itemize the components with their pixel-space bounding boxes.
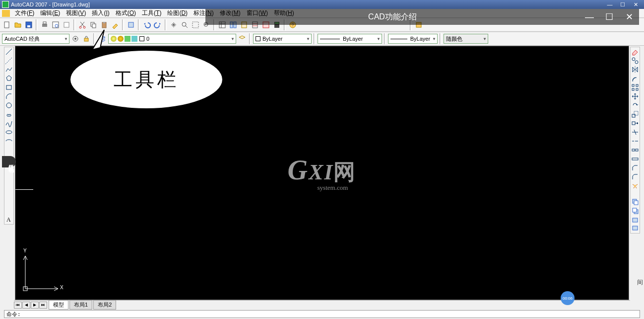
svg-rect-40 [632,88,634,90]
draworder-under-tool[interactable] [631,224,640,233]
move-tool[interactable] [631,92,640,101]
video-time-badge: 00:06 [561,291,575,305]
tab-layout2[interactable]: 布局2 [93,300,116,310]
svg-rect-13 [103,22,105,23]
draworder-front-tool[interactable] [631,197,640,206]
layer-plot-icon [131,36,137,42]
overlay-close-button[interactable]: ✕ [619,11,639,22]
workspace-settings-button[interactable] [70,34,80,44]
undo-button[interactable] [142,20,152,30]
svg-point-37 [635,61,638,64]
tab-nav-prev[interactable]: ◀ [22,302,30,309]
array-tool[interactable] [631,83,640,92]
break-tool[interactable] [631,146,640,155]
ucs-icon: Y X [19,250,64,296]
tab-layout1[interactable]: 布局1 [69,300,92,310]
svg-rect-3 [42,24,47,27]
chamfer-tool[interactable] [631,163,640,172]
zoom-realtime-button[interactable] [180,20,190,30]
open-button[interactable] [13,20,23,30]
scale-tool[interactable] [631,110,640,119]
maximize-button[interactable]: ☐ [616,1,629,8]
offset-tool[interactable] [631,74,640,83]
stretch-tool[interactable] [631,119,640,128]
layer-previous-button[interactable] [237,34,247,44]
line-tool[interactable] [4,47,13,56]
svg-rect-43 [634,111,638,115]
publish-button[interactable] [62,20,71,30]
polyline-tool[interactable] [4,65,13,74]
save-button[interactable] [24,20,34,30]
cut-button[interactable] [77,20,87,30]
minimize-button[interactable]: — [603,1,616,7]
menu-tools[interactable]: 工具(T) [139,9,164,17]
redo-button[interactable] [153,20,163,30]
trim-tool[interactable] [631,128,640,137]
print-button[interactable] [40,20,50,30]
arc-tool[interactable] [4,92,13,101]
svg-rect-46 [636,149,638,151]
revcloud-tool[interactable] [4,110,13,119]
rectangle-tool[interactable] [4,83,13,92]
overlay-maximize-button[interactable]: ☐ [599,11,619,22]
copy-button[interactable] [88,20,98,30]
rotate-tool[interactable] [631,101,640,110]
menu-insert[interactable]: 插入(I) [89,9,112,17]
linetype-dropdown[interactable]: ByLayer ▼ [318,34,382,44]
overlay-minimize-button[interactable]: — [580,12,599,22]
promo-side-tab[interactable]: 领腾讯视频礼包 [2,156,16,167]
close-button[interactable]: ✕ [629,1,642,8]
tab-nav-next[interactable]: ▶ [31,302,39,309]
plot-preview-button[interactable] [51,20,61,30]
new-button[interactable] [2,20,12,30]
tab-nav-first[interactable]: ⏮ [14,302,22,309]
color-dropdown[interactable]: ByLayer ▼ [253,34,312,44]
lineweight-value: ByLayer [410,36,430,42]
circle-tool[interactable] [4,101,13,110]
erase-tool[interactable] [631,47,640,56]
pan-button[interactable] [169,20,179,30]
command-line[interactable]: 命令: [4,310,640,318]
ellipse-arc-tool[interactable] [4,137,13,146]
svg-rect-44 [632,122,635,125]
draworder-back-tool[interactable] [631,206,640,215]
mtext-tool[interactable]: A [4,215,13,224]
block-editor-button[interactable] [126,20,136,30]
layer-dropdown[interactable]: 0 ▼ [108,34,236,44]
tab-model[interactable]: 模型 [49,300,68,310]
svg-rect-2 [27,25,30,27]
plotstyle-dropdown[interactable]: 随颜色 ▼ [444,34,488,44]
menu-format[interactable]: 格式(O) [113,9,139,17]
menu-view[interactable]: 视图(V) [63,9,89,17]
svg-text:A: A [6,216,11,223]
fillet-tool[interactable] [631,172,640,181]
svg-rect-47 [632,158,638,160]
workspace-dropdown[interactable]: AutoCAD 经典 ▼ [2,34,69,44]
match-prop-button[interactable] [110,20,120,30]
extend-tool[interactable] [631,137,640,146]
color-swatch [256,36,260,41]
linetype-value: ByLayer [343,36,363,42]
spline-tool[interactable] [4,119,13,128]
explode-tool[interactable] [631,181,640,190]
join-tool[interactable] [631,155,640,163]
svg-point-36 [632,58,635,61]
copy-tool[interactable] [631,56,640,65]
xline-tool[interactable] [4,56,13,65]
svg-rect-32 [6,85,11,89]
mirror-tool[interactable] [631,65,640,74]
linetype-sample [320,39,340,39]
tab-nav-last[interactable]: ⏭ [39,302,47,309]
draworder-above-tool[interactable] [631,215,640,224]
ellipse-tool[interactable] [4,128,13,137]
menu-edit[interactable]: 编辑(E) [37,9,63,17]
menu-draw[interactable]: 绘图(D) [164,9,191,17]
color-value: ByLayer [262,36,282,42]
polygon-tool[interactable] [4,74,13,83]
zoom-window-button[interactable] [191,20,200,30]
menu-file[interactable]: 文件(F) [12,9,37,17]
layer-color-swatch [139,36,144,41]
paste-button[interactable] [99,20,109,30]
layout-tabs: ⏮ ◀ ▶ ⏭ 模型 布局1 布局2 [14,300,630,309]
lineweight-dropdown[interactable]: ByLayer ▼ [388,34,438,44]
